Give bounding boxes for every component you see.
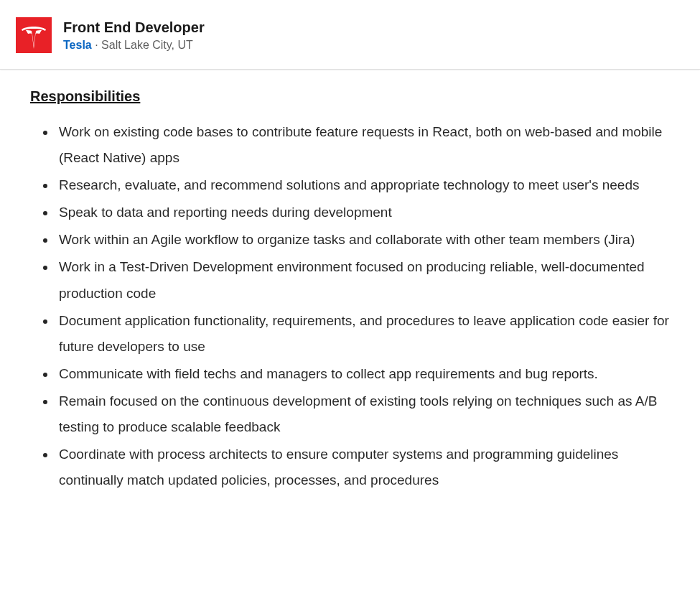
list-item: Work on existing code bases to contribut…: [56, 119, 670, 171]
job-location: Salt Lake City, UT: [101, 39, 193, 51]
list-item: Work in a Test-Driven Development enviro…: [56, 254, 670, 306]
section-heading: Responsibilities: [30, 88, 670, 105]
separator: ·: [92, 39, 101, 51]
list-item: Speak to data and reporting needs during…: [56, 200, 670, 225]
responsibilities-list: Work on existing code bases to contribut…: [30, 119, 670, 493]
job-header: Front End Developer Tesla · Salt Lake Ci…: [0, 0, 700, 70]
list-item: Communicate with field techs and manager…: [56, 361, 670, 387]
list-item: Research, evaluate, and recommend soluti…: [56, 172, 670, 198]
job-subline: Tesla · Salt Lake City, UT: [63, 38, 205, 53]
company-logo-icon: [16, 17, 52, 53]
header-text-block: Front End Developer Tesla · Salt Lake Ci…: [63, 18, 205, 53]
list-item: Remain focused on the continuous develop…: [56, 388, 670, 440]
list-item: Coordinate with process architects to en…: [56, 442, 670, 493]
company-link[interactable]: Tesla: [63, 39, 92, 51]
job-description: Responsibilities Work on existing code b…: [0, 70, 700, 509]
list-item: Document application functionality, requ…: [56, 308, 670, 360]
list-item: Work within an Agile workflow to organiz…: [56, 227, 670, 253]
job-title: Front End Developer: [63, 18, 205, 37]
